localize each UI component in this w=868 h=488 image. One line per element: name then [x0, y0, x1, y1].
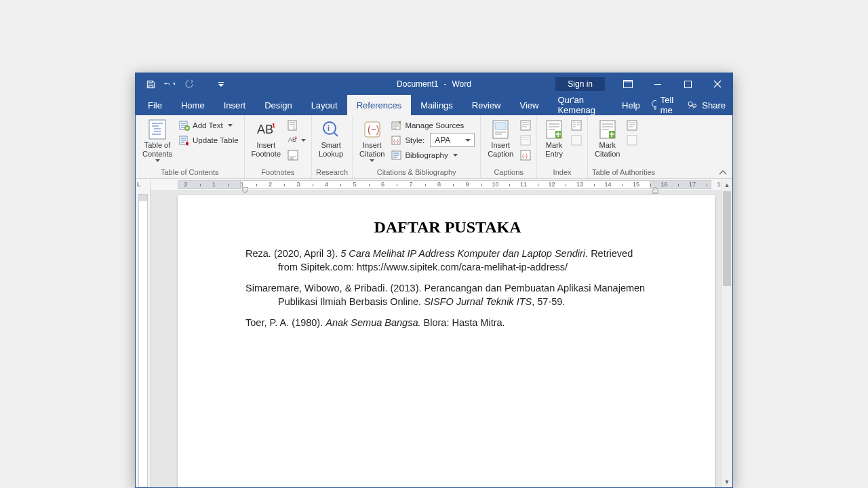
tab-design[interactable]: Design [255, 95, 301, 115]
maximize-icon[interactable] [673, 73, 703, 95]
tab-view[interactable]: View [510, 95, 548, 115]
redo-icon[interactable] [183, 79, 194, 89]
group-citations: (−) Insert Citation Manage Sources (-)St… [353, 115, 481, 178]
smart-lookup-button[interactable]: i Smart Lookup [316, 118, 346, 159]
next-footnote-icon: AB1 [288, 135, 298, 146]
tell-me-button[interactable]: Tell me [650, 95, 678, 115]
vertical-scrollbar[interactable]: ▲ ▼ [721, 179, 732, 487]
mark-entry-icon [544, 119, 564, 140]
next-footnote-button[interactable]: AB1 [286, 133, 307, 147]
update-toa-button[interactable] [625, 133, 639, 147]
tab-mailings[interactable]: Mailings [411, 95, 462, 115]
svg-rect-28 [521, 136, 530, 145]
document-area: L 21123456789101112131415161718 DAFTAR P… [136, 179, 732, 487]
insert-toa-button[interactable] [625, 118, 639, 132]
insert-toa-icon [627, 120, 637, 131]
insert-index-icon [571, 120, 582, 131]
insert-table-figures-button[interactable] [519, 118, 532, 132]
group-label-index: Index [541, 167, 583, 178]
insert-caption-button[interactable]: Insert Caption [485, 118, 516, 159]
tab-quran[interactable]: Qur'an Kemenag [548, 95, 612, 115]
tab-review[interactable]: Review [462, 95, 511, 115]
svg-rect-34 [572, 136, 581, 145]
undo-icon[interactable] [164, 79, 175, 89]
ribbon-display-icon[interactable] [613, 73, 643, 95]
tab-insert[interactable]: Insert [214, 95, 256, 115]
style-selector: (-)Style:APA [390, 133, 476, 147]
close-icon[interactable] [703, 73, 732, 95]
update-index-button[interactable] [570, 133, 583, 147]
scroll-up-icon[interactable]: ▲ [722, 179, 732, 190]
word-window: Document1 - Word Sign in File Home Inser… [135, 73, 733, 488]
cross-ref-icon: (-) [520, 150, 531, 161]
page-scroll[interactable]: DAFTAR PUSTAKA Reza. (2020, April 3). 5 … [151, 191, 721, 487]
bibliography-entry: Simaremare, Wibowo, & Pribadi. (2013). P… [245, 282, 650, 308]
update-figures-icon [520, 135, 531, 146]
mark-entry-button[interactable]: Mark Entry [541, 118, 567, 159]
endnote-icon: i [288, 120, 298, 131]
svg-text:(-): (-) [522, 152, 528, 159]
svg-rect-1 [624, 81, 633, 83]
svg-rect-37 [627, 121, 637, 130]
insert-endnote-button[interactable]: i [286, 118, 307, 132]
sign-in-button[interactable]: Sign in [555, 77, 605, 91]
collapse-ribbon-icon[interactable] [719, 170, 727, 176]
mark-citation-button[interactable]: Mark Citation [592, 118, 623, 159]
manage-sources-button[interactable]: Manage Sources [390, 118, 476, 132]
group-label-toc: Table of Contents [140, 167, 240, 178]
group-label-captions: Captions [485, 167, 532, 178]
caption-icon [490, 119, 511, 140]
cross-reference-button[interactable]: (-) [519, 148, 532, 162]
vertical-ruler[interactable]: L [136, 179, 151, 487]
document-page[interactable]: DAFTAR PUSTAKA Reza. (2020, April 3). 5 … [178, 195, 715, 487]
tab-file[interactable]: File [138, 95, 172, 115]
scroll-down-icon[interactable]: ▼ [722, 476, 732, 487]
horizontal-ruler[interactable]: 21123456789101112131415161718 [151, 179, 721, 191]
tab-help[interactable]: Help [612, 95, 650, 115]
bibliography-button[interactable]: Bibliography [390, 148, 476, 162]
group-toa: Mark Citation Table of Authorities [588, 115, 659, 178]
insert-citation-button[interactable]: (−) Insert Citation [357, 118, 387, 163]
add-text-button[interactable]: Add Text [178, 118, 240, 132]
window-title: Document1 - Word [397, 79, 471, 89]
update-table-button[interactable]: Update Table [178, 133, 240, 147]
qat-customize-icon[interactable] [216, 79, 226, 89]
tab-home[interactable]: Home [172, 95, 214, 115]
bibliography-entry: Toer, P. A. (1980). Anak Semua Bangsa. B… [245, 317, 650, 330]
tab-selector-icon[interactable]: L [137, 181, 141, 188]
svg-text:i: i [328, 124, 330, 132]
save-icon[interactable] [145, 79, 156, 89]
svg-point-4 [688, 102, 692, 106]
tab-layout[interactable]: Layout [302, 95, 347, 115]
table-of-contents-button[interactable]: Table of Contents [140, 118, 175, 163]
app-name: Word [452, 79, 471, 89]
group-label-citations: Citations & Bibliography [357, 167, 476, 178]
svg-rect-6 [149, 120, 165, 139]
svg-text:(−): (−) [368, 124, 380, 135]
group-toc: Table of Contents Add Text Update Table … [136, 115, 245, 178]
scroll-thumb[interactable] [723, 191, 731, 286]
minimize-icon[interactable] [643, 73, 673, 95]
group-footnotes: AB1 Insert Footnote i AB1 Footnotes [245, 115, 312, 178]
manage-sources-icon [391, 120, 402, 131]
add-text-icon [179, 120, 190, 131]
svg-text:1: 1 [295, 136, 298, 140]
insert-index-button[interactable] [570, 118, 583, 132]
share-icon [687, 100, 698, 110]
update-table-figures-button[interactable] [519, 133, 532, 147]
bibliography-entry: Reza. (2020, April 3). 5 Cara Melihat IP… [245, 247, 650, 274]
ribbon-tabs: File Home Insert Design Layout Reference… [136, 95, 732, 115]
share-button[interactable]: Share [687, 100, 726, 110]
titlebar: Document1 - Word Sign in [136, 73, 732, 95]
quick-access-toolbar [136, 79, 226, 89]
show-notes-button[interactable] [286, 148, 307, 162]
svg-rect-38 [627, 136, 637, 145]
citation-icon: (−) [362, 119, 382, 140]
style-dropdown[interactable]: APA [430, 133, 475, 147]
group-captions: Insert Caption (-) Captions [481, 115, 537, 178]
svg-text:(-): (-) [393, 138, 399, 144]
tab-references[interactable]: References [347, 95, 411, 115]
mark-citation-icon [597, 119, 618, 140]
table-figures-icon [520, 120, 531, 131]
insert-footnote-button[interactable]: AB1 Insert Footnote [249, 118, 283, 159]
